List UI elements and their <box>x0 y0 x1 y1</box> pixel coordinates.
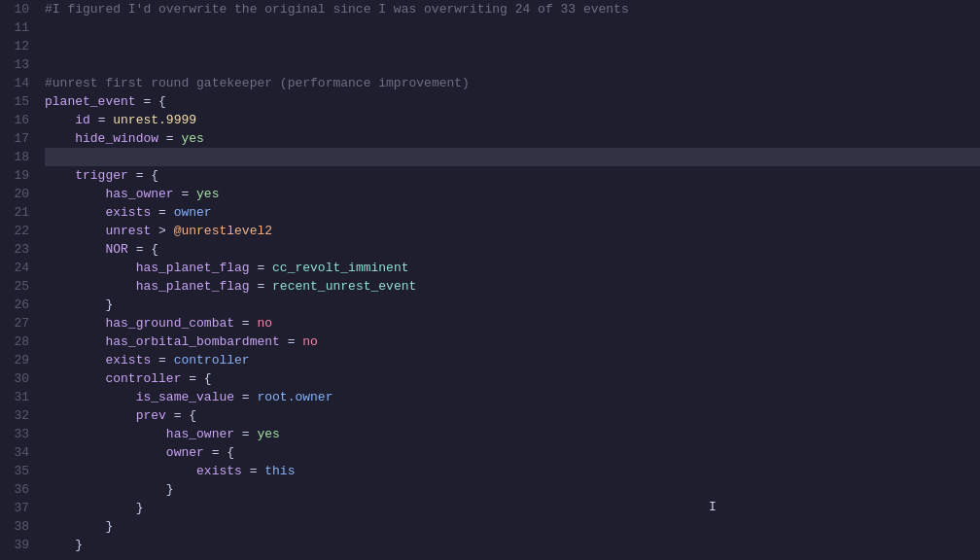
line-num-32: 32 <box>8 406 29 425</box>
line-24: has_planet_flag = cc_revolt_imminent <box>45 259 980 277</box>
line-num-21: 21 <box>8 203 29 222</box>
line-num-19: 19 <box>8 166 29 185</box>
line-num-13: 13 <box>8 55 29 74</box>
line-num-23: 23 <box>8 240 29 259</box>
line-19: trigger = { <box>45 166 980 185</box>
line-26: } <box>45 296 980 314</box>
line-32: prev = { <box>45 406 980 425</box>
line-num-30: 30 <box>8 369 29 388</box>
line-num-20: 20 <box>8 185 29 203</box>
line-num-37: 37 <box>8 499 29 517</box>
line-30: controller = { <box>45 369 980 388</box>
line-num-18: 18 <box>8 148 29 166</box>
line-27: has_ground_combat = no <box>45 314 980 332</box>
line-num-25: 25 <box>8 277 29 296</box>
line-num-10: 10 <box>8 0 29 18</box>
line-num-31: 31 <box>8 388 29 406</box>
line-15: planet_event = { <box>45 92 980 111</box>
line-num-24: 24 <box>8 259 29 277</box>
line-28: has_orbital_bombardment = no <box>45 332 980 351</box>
line-numbers: 10 11 12 13 14 15 16 17 18 19 20 21 22 2… <box>0 0 37 560</box>
line-37: } <box>45 499 980 517</box>
line-num-16: 16 <box>8 111 29 129</box>
line-11 <box>45 18 980 37</box>
line-num-17: 17 <box>8 129 29 148</box>
line-num-33: 33 <box>8 425 29 443</box>
line-22: unrest > @unrestlevel2 <box>45 222 980 240</box>
line-num-15: 15 <box>8 92 29 111</box>
line-18 <box>45 148 980 166</box>
line-num-26: 26 <box>8 296 29 314</box>
line-13 <box>45 55 980 74</box>
line-num-38: 38 <box>8 517 29 536</box>
line-num-28: 28 <box>8 332 29 351</box>
line-10: #I figured I'd overwrite the original si… <box>45 0 980 18</box>
line-33: has_owner = yes <box>45 425 980 443</box>
line-num-11: 11 <box>8 18 29 37</box>
code-content[interactable]: #I figured I'd overwrite the original si… <box>37 0 980 560</box>
line-17: hide_window = yes <box>45 129 980 148</box>
line-num-27: 27 <box>8 314 29 332</box>
line-34: owner = { <box>45 443 980 462</box>
line-36: } <box>45 480 980 499</box>
line-num-29: 29 <box>8 351 29 369</box>
line-20: has_owner = yes <box>45 185 980 203</box>
line-38: } <box>45 517 980 536</box>
line-num-34: 34 <box>8 443 29 462</box>
line-16: id = unrest.9999 <box>45 111 980 129</box>
line-num-14: 14 <box>8 74 29 92</box>
line-23: NOR = { <box>45 240 980 259</box>
line-21: exists = owner <box>45 203 980 222</box>
line-14: #unrest first round gatekeeper (performa… <box>45 74 980 92</box>
line-num-39: 39 <box>8 536 29 554</box>
line-num-36: 36 <box>8 480 29 499</box>
line-39: } <box>45 536 980 554</box>
line-29: exists = controller <box>45 351 980 369</box>
line-num-12: 12 <box>8 37 29 55</box>
line-31: is_same_value = root.owner <box>45 388 980 406</box>
code-editor[interactable]: 10 11 12 13 14 15 16 17 18 19 20 21 22 2… <box>0 0 980 560</box>
line-25: has_planet_flag = recent_unrest_event <box>45 277 980 296</box>
line-num-22: 22 <box>8 222 29 240</box>
line-12 <box>45 37 980 55</box>
line-num-35: 35 <box>8 462 29 480</box>
line-35: exists = this <box>45 462 980 480</box>
